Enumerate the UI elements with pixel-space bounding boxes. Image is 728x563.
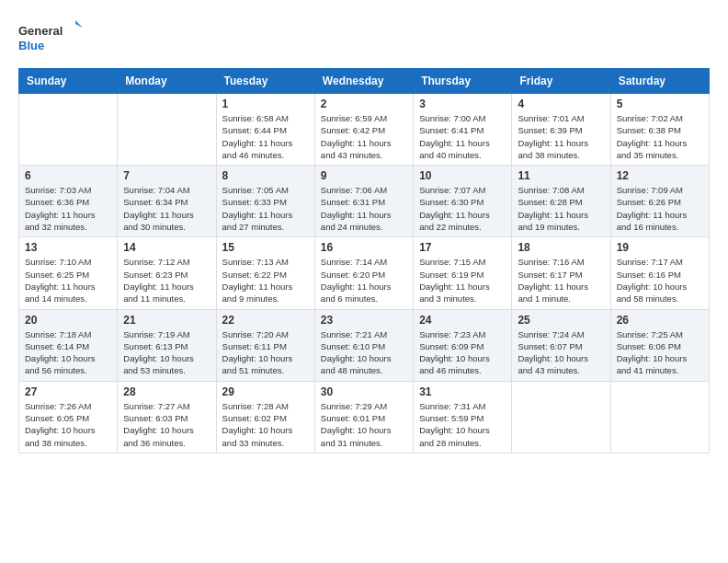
day-info: Sunrise: 7:13 AM Sunset: 6:22 PM Dayligh…	[222, 256, 309, 304]
calendar-cell: 5Sunrise: 7:02 AM Sunset: 6:38 PM Daylig…	[610, 94, 709, 166]
calendar-cell	[118, 94, 216, 166]
calendar-cell: 4Sunrise: 7:01 AM Sunset: 6:39 PM Daylig…	[512, 94, 610, 166]
calendar-cell: 3Sunrise: 7:00 AM Sunset: 6:41 PM Daylig…	[414, 94, 512, 166]
day-info: Sunrise: 7:19 AM Sunset: 6:13 PM Dayligh…	[123, 328, 210, 377]
day-info: Sunrise: 7:12 AM Sunset: 6:23 PM Dayligh…	[123, 256, 210, 304]
svg-marker-2	[75, 20, 83, 28]
calendar-cell: 7Sunrise: 7:04 AM Sunset: 6:34 PM Daylig…	[118, 166, 216, 237]
day-info: Sunrise: 7:03 AM Sunset: 6:36 PM Dayligh…	[25, 184, 111, 233]
calendar-cell: 9Sunrise: 7:06 AM Sunset: 6:31 PM Daylig…	[314, 166, 413, 237]
day-number: 26	[617, 314, 703, 327]
day-info: Sunrise: 7:02 AM Sunset: 6:38 PM Dayligh…	[617, 112, 703, 161]
calendar-cell: 1Sunrise: 6:58 AM Sunset: 6:44 PM Daylig…	[216, 94, 314, 166]
day-number: 20	[25, 314, 111, 327]
calendar-cell: 2Sunrise: 6:59 AM Sunset: 6:42 PM Daylig…	[314, 94, 413, 166]
day-number: 24	[419, 314, 506, 327]
day-number: 25	[518, 314, 604, 327]
day-number: 22	[222, 314, 309, 327]
calendar-cell: 26Sunrise: 7:25 AM Sunset: 6:06 PM Dayli…	[610, 309, 709, 381]
calendar-cell: 25Sunrise: 7:24 AM Sunset: 6:07 PM Dayli…	[512, 309, 610, 381]
calendar-cell: 10Sunrise: 7:07 AM Sunset: 6:30 PM Dayli…	[414, 166, 512, 237]
day-number: 4	[518, 98, 604, 110]
calendar-cell: 13Sunrise: 7:10 AM Sunset: 6:25 PM Dayli…	[19, 237, 118, 309]
day-number: 31	[419, 385, 506, 398]
day-number: 1	[222, 98, 309, 110]
logo: General Blue	[18, 18, 83, 59]
day-number: 3	[419, 98, 506, 110]
day-number: 5	[617, 98, 703, 110]
week-row-1: 1Sunrise: 6:58 AM Sunset: 6:44 PM Daylig…	[19, 94, 710, 166]
calendar-cell: 14Sunrise: 7:12 AM Sunset: 6:23 PM Dayli…	[118, 237, 216, 309]
day-number: 13	[25, 241, 111, 254]
weekday-header-friday: Friday	[512, 69, 610, 94]
day-number: 16	[321, 241, 407, 254]
calendar-cell: 15Sunrise: 7:13 AM Sunset: 6:22 PM Dayli…	[216, 237, 314, 309]
weekday-header-row: SundayMondayTuesdayWednesdayThursdayFrid…	[19, 69, 710, 94]
calendar-cell: 27Sunrise: 7:26 AM Sunset: 6:05 PM Dayli…	[19, 381, 118, 453]
svg-text:Blue: Blue	[18, 39, 44, 52]
day-info: Sunrise: 7:29 AM Sunset: 6:01 PM Dayligh…	[321, 400, 407, 449]
day-info: Sunrise: 6:59 AM Sunset: 6:42 PM Dayligh…	[321, 112, 407, 161]
calendar-cell: 11Sunrise: 7:08 AM Sunset: 6:28 PM Dayli…	[512, 166, 610, 237]
day-info: Sunrise: 7:16 AM Sunset: 6:17 PM Dayligh…	[518, 256, 604, 304]
day-info: Sunrise: 7:00 AM Sunset: 6:41 PM Dayligh…	[419, 112, 506, 161]
day-number: 12	[617, 169, 703, 182]
weekday-header-monday: Monday	[118, 69, 216, 94]
day-number: 17	[419, 241, 506, 254]
calendar-cell: 8Sunrise: 7:05 AM Sunset: 6:33 PM Daylig…	[216, 166, 314, 237]
calendar-cell: 20Sunrise: 7:18 AM Sunset: 6:14 PM Dayli…	[19, 309, 118, 381]
page-header: General Blue	[18, 18, 710, 59]
calendar-cell: 18Sunrise: 7:16 AM Sunset: 6:17 PM Dayli…	[512, 237, 610, 309]
day-number: 28	[123, 385, 210, 398]
calendar-cell: 28Sunrise: 7:27 AM Sunset: 6:03 PM Dayli…	[118, 381, 216, 453]
day-number: 18	[518, 241, 604, 254]
calendar-cell: 16Sunrise: 7:14 AM Sunset: 6:20 PM Dayli…	[314, 237, 413, 309]
calendar: SundayMondayTuesdayWednesdayThursdayFrid…	[18, 68, 710, 454]
week-row-5: 27Sunrise: 7:26 AM Sunset: 6:05 PM Dayli…	[19, 381, 710, 453]
day-info: Sunrise: 7:27 AM Sunset: 6:03 PM Dayligh…	[123, 400, 210, 449]
day-info: Sunrise: 7:20 AM Sunset: 6:11 PM Dayligh…	[222, 328, 309, 377]
weekday-header-sunday: Sunday	[19, 69, 118, 94]
day-info: Sunrise: 6:58 AM Sunset: 6:44 PM Dayligh…	[222, 112, 309, 161]
day-info: Sunrise: 7:23 AM Sunset: 6:09 PM Dayligh…	[419, 328, 506, 377]
calendar-cell: 30Sunrise: 7:29 AM Sunset: 6:01 PM Dayli…	[314, 381, 413, 453]
day-info: Sunrise: 7:18 AM Sunset: 6:14 PM Dayligh…	[25, 328, 111, 377]
day-number: 19	[617, 241, 703, 254]
calendar-cell: 17Sunrise: 7:15 AM Sunset: 6:19 PM Dayli…	[414, 237, 512, 309]
day-number: 14	[123, 241, 210, 254]
day-info: Sunrise: 7:09 AM Sunset: 6:26 PM Dayligh…	[617, 184, 703, 233]
day-number: 29	[222, 385, 309, 398]
day-info: Sunrise: 7:24 AM Sunset: 6:07 PM Dayligh…	[518, 328, 604, 377]
calendar-cell: 31Sunrise: 7:31 AM Sunset: 5:59 PM Dayli…	[414, 381, 512, 453]
day-info: Sunrise: 7:07 AM Sunset: 6:30 PM Dayligh…	[419, 184, 506, 233]
calendar-cell: 6Sunrise: 7:03 AM Sunset: 6:36 PM Daylig…	[19, 166, 118, 237]
day-number: 10	[419, 169, 506, 182]
logo-svg: General Blue	[18, 18, 83, 59]
week-row-4: 20Sunrise: 7:18 AM Sunset: 6:14 PM Dayli…	[19, 309, 710, 381]
day-info: Sunrise: 7:10 AM Sunset: 6:25 PM Dayligh…	[25, 256, 111, 304]
weekday-header-tuesday: Tuesday	[216, 69, 314, 94]
day-info: Sunrise: 7:28 AM Sunset: 6:02 PM Dayligh…	[222, 400, 309, 449]
day-info: Sunrise: 7:06 AM Sunset: 6:31 PM Dayligh…	[321, 184, 407, 233]
svg-text:General: General	[18, 24, 63, 38]
day-number: 2	[321, 98, 407, 110]
day-number: 6	[25, 169, 111, 182]
weekday-header-saturday: Saturday	[610, 69, 709, 94]
calendar-cell	[610, 381, 709, 453]
day-info: Sunrise: 7:08 AM Sunset: 6:28 PM Dayligh…	[518, 184, 604, 233]
calendar-cell: 23Sunrise: 7:21 AM Sunset: 6:10 PM Dayli…	[314, 309, 413, 381]
weekday-header-wednesday: Wednesday	[314, 69, 413, 94]
day-number: 8	[222, 169, 309, 182]
calendar-cell: 19Sunrise: 7:17 AM Sunset: 6:16 PM Dayli…	[610, 237, 709, 309]
day-info: Sunrise: 7:14 AM Sunset: 6:20 PM Dayligh…	[321, 256, 407, 304]
weekday-header-thursday: Thursday	[414, 69, 512, 94]
week-row-3: 13Sunrise: 7:10 AM Sunset: 6:25 PM Dayli…	[19, 237, 710, 309]
calendar-cell: 22Sunrise: 7:20 AM Sunset: 6:11 PM Dayli…	[216, 309, 314, 381]
week-row-2: 6Sunrise: 7:03 AM Sunset: 6:36 PM Daylig…	[19, 166, 710, 237]
calendar-cell: 21Sunrise: 7:19 AM Sunset: 6:13 PM Dayli…	[118, 309, 216, 381]
day-info: Sunrise: 7:26 AM Sunset: 6:05 PM Dayligh…	[25, 400, 111, 449]
day-number: 7	[123, 169, 210, 182]
calendar-cell: 24Sunrise: 7:23 AM Sunset: 6:09 PM Dayli…	[414, 309, 512, 381]
calendar-cell	[512, 381, 610, 453]
calendar-cell	[19, 94, 118, 166]
